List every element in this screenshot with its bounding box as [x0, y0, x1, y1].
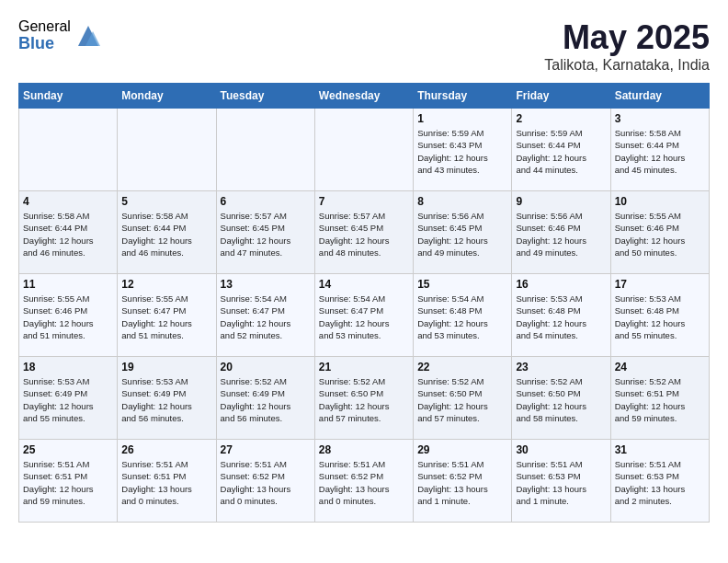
- day-number: 4: [23, 195, 113, 208]
- header-day-thursday: Thursday: [414, 84, 512, 109]
- calendar-cell: 11Sunrise: 5:55 AMSunset: 6:46 PMDayligh…: [19, 274, 118, 357]
- header-day-sunday: Sunday: [19, 84, 118, 109]
- calendar-week-5: 25Sunrise: 5:51 AMSunset: 6:51 PMDayligh…: [19, 440, 710, 523]
- day-info: Sunrise: 5:51 AMSunset: 6:52 PMDaylight:…: [417, 458, 507, 507]
- calendar-cell: 14Sunrise: 5:54 AMSunset: 6:47 PMDayligh…: [314, 274, 413, 357]
- subtitle: Talikota, Karnataka, India: [544, 57, 710, 74]
- day-info: Sunrise: 5:56 AMSunset: 6:45 PMDaylight:…: [417, 210, 507, 259]
- header-day-friday: Friday: [512, 84, 610, 109]
- day-number: 18: [23, 361, 113, 373]
- calendar-cell: 13Sunrise: 5:54 AMSunset: 6:47 PMDayligh…: [216, 274, 314, 357]
- calendar-cell: 25Sunrise: 5:51 AMSunset: 6:51 PMDayligh…: [19, 440, 118, 523]
- calendar-cell: 8Sunrise: 5:56 AMSunset: 6:45 PMDaylight…: [414, 191, 512, 274]
- calendar-cell: 10Sunrise: 5:55 AMSunset: 6:46 PMDayligh…: [610, 191, 709, 274]
- day-info: Sunrise: 5:57 AMSunset: 6:45 PMDaylight:…: [221, 210, 311, 259]
- day-number: 26: [121, 443, 211, 456]
- calendar-cell: 26Sunrise: 5:51 AMSunset: 6:51 PMDayligh…: [118, 440, 216, 523]
- day-number: 8: [417, 195, 507, 208]
- calendar-cell: 2Sunrise: 5:59 AMSunset: 6:44 PMDaylight…: [512, 109, 610, 191]
- calendar-cell: 27Sunrise: 5:51 AMSunset: 6:52 PMDayligh…: [216, 440, 314, 523]
- day-number: 19: [121, 361, 211, 373]
- day-number: 23: [516, 361, 606, 373]
- day-number: 28: [319, 443, 409, 456]
- day-info: Sunrise: 5:58 AMSunset: 6:44 PMDaylight:…: [615, 127, 705, 176]
- calendar-cell: [314, 109, 413, 191]
- day-info: Sunrise: 5:53 AMSunset: 6:48 PMDaylight:…: [615, 293, 705, 341]
- day-info: Sunrise: 5:53 AMSunset: 6:49 PMDaylight:…: [121, 375, 211, 424]
- calendar-cell: 17Sunrise: 5:53 AMSunset: 6:48 PMDayligh…: [610, 274, 709, 357]
- day-number: 5: [121, 195, 211, 208]
- day-info: Sunrise: 5:53 AMSunset: 6:48 PMDaylight:…: [516, 293, 606, 341]
- logo-general: General: [18, 18, 71, 35]
- calendar-cell: 31Sunrise: 5:51 AMSunset: 6:53 PMDayligh…: [610, 440, 709, 523]
- calendar-week-2: 4Sunrise: 5:58 AMSunset: 6:44 PMDaylight…: [19, 191, 710, 274]
- day-info: Sunrise: 5:51 AMSunset: 6:52 PMDaylight:…: [319, 458, 409, 507]
- day-number: 21: [319, 361, 409, 373]
- day-info: Sunrise: 5:52 AMSunset: 6:50 PMDaylight:…: [319, 375, 409, 424]
- calendar-cell: 5Sunrise: 5:58 AMSunset: 6:44 PMDaylight…: [118, 191, 216, 274]
- day-number: 9: [516, 195, 606, 208]
- day-number: 10: [615, 195, 705, 208]
- day-info: Sunrise: 5:52 AMSunset: 6:49 PMDaylight:…: [221, 375, 311, 424]
- day-info: Sunrise: 5:58 AMSunset: 6:44 PMDaylight:…: [121, 210, 211, 259]
- day-number: 30: [516, 443, 606, 456]
- calendar-cell: 7Sunrise: 5:57 AMSunset: 6:45 PMDaylight…: [314, 191, 413, 274]
- day-number: 31: [615, 443, 705, 456]
- day-info: Sunrise: 5:51 AMSunset: 6:51 PMDaylight:…: [121, 458, 211, 507]
- calendar-cell: 22Sunrise: 5:52 AMSunset: 6:50 PMDayligh…: [414, 357, 512, 440]
- day-info: Sunrise: 5:59 AMSunset: 6:43 PMDaylight:…: [417, 127, 507, 176]
- calendar-cell: 16Sunrise: 5:53 AMSunset: 6:48 PMDayligh…: [512, 274, 610, 357]
- calendar-cell: 3Sunrise: 5:58 AMSunset: 6:44 PMDaylight…: [610, 109, 709, 191]
- day-info: Sunrise: 5:51 AMSunset: 6:52 PMDaylight:…: [221, 458, 311, 507]
- day-number: 17: [615, 278, 705, 291]
- header-day-tuesday: Tuesday: [216, 84, 314, 109]
- day-number: 16: [516, 278, 606, 291]
- day-info: Sunrise: 5:54 AMSunset: 6:48 PMDaylight:…: [417, 293, 507, 341]
- day-number: 15: [417, 278, 507, 291]
- day-info: Sunrise: 5:57 AMSunset: 6:45 PMDaylight:…: [319, 210, 409, 259]
- day-number: 2: [516, 112, 606, 125]
- day-info: Sunrise: 5:59 AMSunset: 6:44 PMDaylight:…: [516, 127, 606, 176]
- day-number: 13: [221, 278, 311, 291]
- calendar-cell: 15Sunrise: 5:54 AMSunset: 6:48 PMDayligh…: [414, 274, 512, 357]
- calendar-cell: 20Sunrise: 5:52 AMSunset: 6:49 PMDayligh…: [216, 357, 314, 440]
- day-number: 6: [221, 195, 311, 208]
- calendar-cell: 4Sunrise: 5:58 AMSunset: 6:44 PMDaylight…: [19, 191, 118, 274]
- calendar-cell: 28Sunrise: 5:51 AMSunset: 6:52 PMDayligh…: [314, 440, 413, 523]
- calendar-cell: 21Sunrise: 5:52 AMSunset: 6:50 PMDayligh…: [314, 357, 413, 440]
- calendar-cell: 18Sunrise: 5:53 AMSunset: 6:49 PMDayligh…: [19, 357, 118, 440]
- calendar-table: SundayMondayTuesdayWednesdayThursdayFrid…: [18, 83, 710, 523]
- day-info: Sunrise: 5:56 AMSunset: 6:46 PMDaylight:…: [516, 210, 606, 259]
- header-day-monday: Monday: [118, 84, 216, 109]
- day-info: Sunrise: 5:51 AMSunset: 6:51 PMDaylight:…: [23, 458, 113, 507]
- calendar-cell: 24Sunrise: 5:52 AMSunset: 6:51 PMDayligh…: [610, 357, 709, 440]
- main-title: May 2025: [544, 18, 710, 57]
- calendar-header: SundayMondayTuesdayWednesdayThursdayFrid…: [19, 84, 710, 109]
- logo-blue: Blue: [18, 35, 71, 53]
- calendar-cell: 12Sunrise: 5:55 AMSunset: 6:47 PMDayligh…: [118, 274, 216, 357]
- calendar-body: 1Sunrise: 5:59 AMSunset: 6:43 PMDaylight…: [19, 109, 710, 523]
- day-info: Sunrise: 5:55 AMSunset: 6:46 PMDaylight:…: [615, 210, 705, 259]
- header-day-wednesday: Wednesday: [314, 84, 413, 109]
- day-number: 24: [615, 361, 705, 373]
- calendar-cell: [19, 109, 118, 191]
- day-number: 25: [23, 443, 113, 456]
- calendar-cell: 19Sunrise: 5:53 AMSunset: 6:49 PMDayligh…: [118, 357, 216, 440]
- calendar-cell: [216, 109, 314, 191]
- day-info: Sunrise: 5:55 AMSunset: 6:46 PMDaylight:…: [23, 293, 113, 341]
- day-number: 12: [121, 278, 211, 291]
- day-info: Sunrise: 5:51 AMSunset: 6:53 PMDaylight:…: [615, 458, 705, 507]
- day-number: 1: [417, 112, 507, 125]
- logo-icon: [74, 22, 102, 50]
- calendar-week-3: 11Sunrise: 5:55 AMSunset: 6:46 PMDayligh…: [19, 274, 710, 357]
- calendar-cell: [118, 109, 216, 191]
- day-info: Sunrise: 5:52 AMSunset: 6:50 PMDaylight:…: [516, 375, 606, 424]
- day-info: Sunrise: 5:54 AMSunset: 6:47 PMDaylight:…: [221, 293, 311, 341]
- calendar-cell: 29Sunrise: 5:51 AMSunset: 6:52 PMDayligh…: [414, 440, 512, 523]
- day-number: 29: [417, 443, 507, 456]
- logo-text: General Blue: [18, 18, 71, 52]
- day-number: 7: [319, 195, 409, 208]
- calendar-cell: 23Sunrise: 5:52 AMSunset: 6:50 PMDayligh…: [512, 357, 610, 440]
- day-info: Sunrise: 5:52 AMSunset: 6:51 PMDaylight:…: [615, 375, 705, 424]
- day-number: 11: [23, 278, 113, 291]
